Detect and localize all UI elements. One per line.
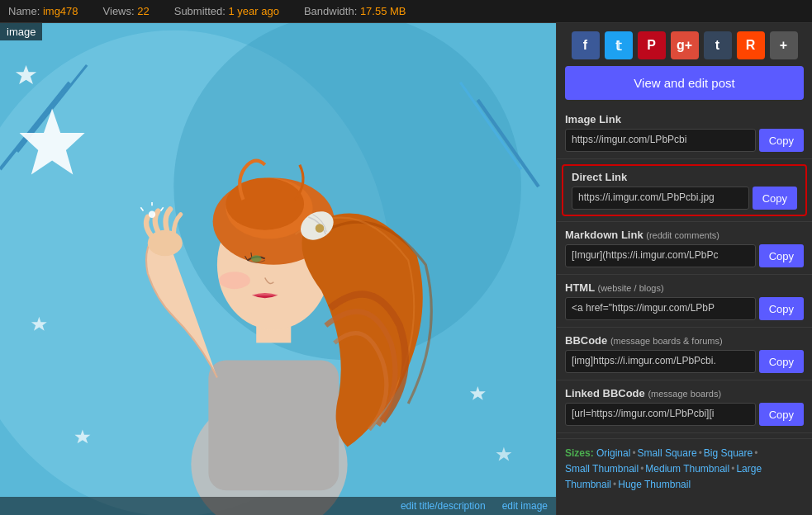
- top-bar: Name: img478 Views: 22 Submitted: 1 year…: [0, 0, 812, 23]
- tumblr-button[interactable]: t: [704, 31, 732, 59]
- bbcode-input[interactable]: [img]https://i.imgur.com/LPbPcbi.: [565, 350, 756, 373]
- linked-bbcode-copy-button[interactable]: Copy: [759, 403, 804, 426]
- image-canvas: [0, 23, 556, 515]
- sidebar: f 𝕥 P g+ t R + View and edit post Image …: [556, 23, 812, 515]
- sizes-links: Sizes: Original•Small Square•Big Square•…: [565, 446, 804, 494]
- html-link-row: <a href="https://imgur.com/LPbP Copy: [565, 297, 804, 320]
- reddit-button[interactable]: R: [737, 31, 765, 59]
- facebook-button[interactable]: f: [572, 31, 600, 59]
- markdown-link-copy-button[interactable]: Copy: [759, 244, 804, 267]
- linked-bbcode-header: Linked BBCode (message boards): [565, 387, 804, 399]
- size-huge-thumbnail-2[interactable]: Huge Thumbnail: [618, 479, 691, 490]
- markdown-link-header: Markdown Link (reddit comments): [565, 229, 804, 241]
- markdown-link-row: [Imgur](https://i.imgur.com/LPbPc Copy: [565, 244, 804, 267]
- image-link-row: https://imgur.com/LPbPcbi Copy: [565, 129, 804, 152]
- size-large-thumbnail[interactable]: Large: [736, 463, 762, 475]
- edit-title-link[interactable]: edit title/description: [401, 500, 486, 512]
- bbcode-copy-button[interactable]: Copy: [759, 350, 804, 373]
- size-big-square[interactable]: Big Square: [704, 447, 753, 459]
- image-link-header: Image Link: [565, 113, 804, 125]
- edit-image-link[interactable]: edit image: [502, 500, 548, 512]
- direct-link-section: Direct Link https://i.imgur.com/LPbPcbi.…: [562, 164, 807, 216]
- bbcode-header: BBCode (message boards & forums): [565, 334, 804, 347]
- main-area: image: [0, 23, 812, 515]
- direct-link-copy-button[interactable]: Copy: [753, 187, 797, 210]
- submitted-field: Submitted: 1 year ago: [174, 5, 279, 17]
- social-row: f 𝕥 P g+ t R +: [557, 23, 812, 66]
- image-link-copy-button[interactable]: Copy: [759, 129, 804, 152]
- svg-point-24: [251, 255, 262, 262]
- linked-bbcode-section: Linked BBCode (message boards) [url=http…: [557, 382, 812, 431]
- view-edit-post-button[interactable]: View and edit post: [565, 66, 804, 100]
- bbcode-section: BBCode (message boards & forums) [img]ht…: [557, 329, 812, 378]
- size-small-square[interactable]: Small Square: [638, 447, 697, 459]
- direct-link-input[interactable]: https://i.imgur.com/LPbPcbi.jpg: [572, 187, 749, 210]
- image-badge: image: [0, 23, 42, 40]
- html-link-copy-button[interactable]: Copy: [759, 297, 804, 320]
- image-link-section: Image Link https://imgur.com/LPbPcbi Cop…: [557, 108, 812, 157]
- views-field: Views: 22: [103, 5, 150, 17]
- markdown-link-input[interactable]: [Imgur](https://i.imgur.com/LPbPc: [565, 244, 756, 267]
- image-panel: image: [0, 23, 556, 515]
- google-plus-button[interactable]: g+: [671, 31, 699, 59]
- size-huge-thumbnail[interactable]: Thumbnail: [565, 479, 611, 490]
- image-link-input[interactable]: https://imgur.com/LPbPcbi: [565, 129, 756, 152]
- size-medium-thumbnail[interactable]: Medium Thumbnail: [645, 463, 729, 475]
- svg-point-25: [219, 272, 250, 289]
- sizes-section: Sizes: Original•Small Square•Big Square•…: [557, 438, 812, 500]
- sizes-label: Sizes:: [565, 447, 594, 459]
- more-share-button[interactable]: +: [770, 31, 798, 59]
- twitter-button[interactable]: 𝕥: [605, 31, 633, 59]
- direct-link-header: Direct Link: [572, 171, 797, 183]
- size-small-thumbnail[interactable]: Small Thumbnail: [565, 463, 639, 475]
- pinterest-button[interactable]: P: [638, 31, 666, 59]
- svg-point-27: [149, 211, 155, 218]
- linked-bbcode-input[interactable]: [url=https://imgur.com/LPbPcbi][i: [565, 403, 756, 426]
- html-link-section: HTML (website / blogs) <a href="https://…: [557, 276, 812, 325]
- svg-point-21: [316, 224, 325, 233]
- html-link-input[interactable]: <a href="https://imgur.com/LPbP: [565, 297, 756, 320]
- linked-bbcode-row: [url=https://imgur.com/LPbPcbi][i Copy: [565, 403, 804, 426]
- markdown-link-section: Markdown Link (reddit comments) [Imgur](…: [557, 224, 812, 272]
- html-link-header: HTML (website / blogs): [565, 281, 804, 294]
- direct-link-row: https://i.imgur.com/LPbPcbi.jpg Copy: [572, 187, 797, 210]
- size-original[interactable]: Original: [596, 447, 630, 459]
- bbcode-row: [img]https://i.imgur.com/LPbPcbi. Copy: [565, 350, 804, 373]
- svg-rect-14: [208, 360, 339, 490]
- name-field: Name: img478: [8, 5, 78, 17]
- bandwidth-field: Bandwidth: 17.55 MB: [304, 5, 406, 17]
- image-footer: edit title/description edit image: [0, 497, 556, 515]
- svg-point-19: [226, 178, 304, 230]
